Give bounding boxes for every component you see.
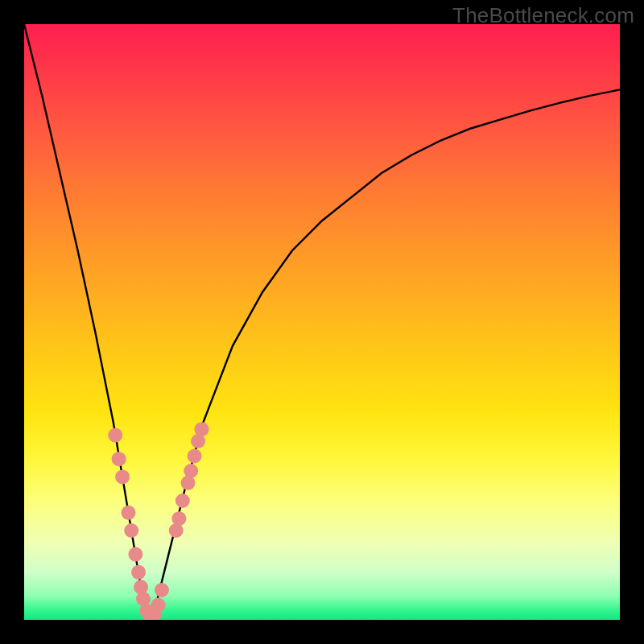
marker-dot [131,565,146,580]
marker-dot [128,547,142,562]
marker-dot [134,580,148,594]
marker-dot [155,583,169,597]
marker-dot [195,422,209,436]
marker-dot [184,464,198,478]
chart-frame: TheBottleneck.com [0,0,644,644]
marker-dot [112,452,126,466]
bottleneck-curve [24,24,620,620]
marker-dot [115,469,130,484]
marker-dot [122,506,136,520]
marker-dot [151,598,166,613]
plot-area [24,24,620,620]
highlighted-points [108,422,208,620]
curve-layer [24,24,620,620]
marker-dot [124,523,138,538]
marker-dot [188,449,202,464]
marker-dot [175,493,190,508]
marker-dot [108,428,122,443]
marker-dot [171,511,186,526]
curve-path [24,24,620,620]
